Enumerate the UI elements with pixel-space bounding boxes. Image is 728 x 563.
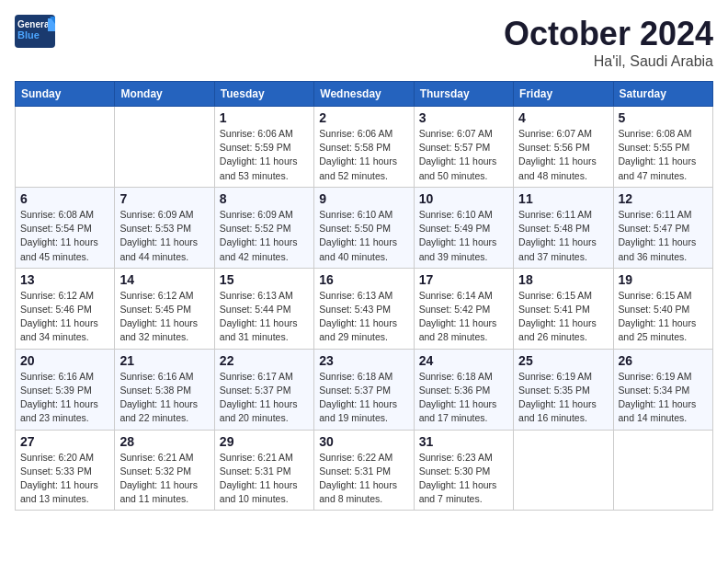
day-number: 24 <box>419 353 508 368</box>
day-number: 14 <box>119 272 209 287</box>
day-info: Sunrise: 6:19 AM Sunset: 5:34 PM Dayligh… <box>619 370 708 426</box>
day-number: 29 <box>220 434 309 449</box>
calendar-cell: 28Sunrise: 6:21 AM Sunset: 5:32 PM Dayli… <box>115 430 214 511</box>
weekday-header-thursday: Thursday <box>414 82 513 107</box>
day-number: 10 <box>419 191 508 206</box>
calendar-cell: 23Sunrise: 6:18 AM Sunset: 5:37 PM Dayli… <box>314 349 414 430</box>
calendar-cell <box>514 430 613 511</box>
calendar-body: 1Sunrise: 6:06 AM Sunset: 5:59 PM Daylig… <box>16 107 713 511</box>
calendar-cell: 25Sunrise: 6:19 AM Sunset: 5:35 PM Dayli… <box>514 349 613 430</box>
calendar-cell <box>16 107 115 188</box>
calendar-cell: 22Sunrise: 6:17 AM Sunset: 5:37 PM Dayli… <box>214 349 313 430</box>
calendar-week-row: 20Sunrise: 6:16 AM Sunset: 5:39 PM Dayli… <box>16 349 713 430</box>
location: Ha'il, Saudi Arabia <box>504 53 713 70</box>
calendar-table: SundayMondayTuesdayWednesdayThursdayFrid… <box>15 81 713 511</box>
title-block: October 2024 Ha'il, Saudi Arabia <box>504 15 713 70</box>
day-info: Sunrise: 6:06 AM Sunset: 5:59 PM Dayligh… <box>220 127 309 183</box>
day-info: Sunrise: 6:13 AM Sunset: 5:44 PM Dayligh… <box>220 289 309 345</box>
calendar-week-row: 13Sunrise: 6:12 AM Sunset: 5:46 PM Dayli… <box>16 268 713 349</box>
calendar-cell <box>613 430 712 511</box>
day-number: 20 <box>20 353 109 368</box>
day-info: Sunrise: 6:15 AM Sunset: 5:40 PM Dayligh… <box>619 289 708 345</box>
day-number: 15 <box>220 272 309 287</box>
day-number: 2 <box>319 110 408 125</box>
calendar-cell: 12Sunrise: 6:11 AM Sunset: 5:47 PM Dayli… <box>613 187 712 268</box>
day-number: 12 <box>619 191 708 206</box>
day-number: 4 <box>518 110 608 125</box>
calendar-cell: 2Sunrise: 6:06 AM Sunset: 5:58 PM Daylig… <box>314 107 414 188</box>
day-info: Sunrise: 6:14 AM Sunset: 5:42 PM Dayligh… <box>419 289 508 345</box>
day-info: Sunrise: 6:21 AM Sunset: 5:32 PM Dayligh… <box>119 451 209 507</box>
day-number: 25 <box>518 353 608 368</box>
day-info: Sunrise: 6:12 AM Sunset: 5:45 PM Dayligh… <box>119 289 209 345</box>
weekday-header-sunday: Sunday <box>16 82 115 107</box>
calendar-cell: 13Sunrise: 6:12 AM Sunset: 5:46 PM Dayli… <box>16 268 115 349</box>
weekday-header-friday: Friday <box>514 82 613 107</box>
day-info: Sunrise: 6:07 AM Sunset: 5:57 PM Dayligh… <box>419 127 508 183</box>
day-number: 5 <box>619 110 708 125</box>
day-info: Sunrise: 6:09 AM Sunset: 5:53 PM Dayligh… <box>119 208 209 264</box>
day-number: 31 <box>419 434 508 449</box>
day-number: 6 <box>20 191 109 206</box>
logo-icon: General Blue <box>15 15 55 48</box>
day-number: 16 <box>319 272 408 287</box>
day-number: 8 <box>220 191 309 206</box>
calendar-cell: 31Sunrise: 6:23 AM Sunset: 5:30 PM Dayli… <box>414 430 513 511</box>
day-info: Sunrise: 6:08 AM Sunset: 5:54 PM Dayligh… <box>20 208 109 264</box>
day-info: Sunrise: 6:15 AM Sunset: 5:41 PM Dayligh… <box>518 289 608 345</box>
calendar-week-row: 1Sunrise: 6:06 AM Sunset: 5:59 PM Daylig… <box>16 107 713 188</box>
day-number: 30 <box>319 434 408 449</box>
calendar-cell: 17Sunrise: 6:14 AM Sunset: 5:42 PM Dayli… <box>414 268 513 349</box>
day-info: Sunrise: 6:11 AM Sunset: 5:48 PM Dayligh… <box>518 208 608 264</box>
day-info: Sunrise: 6:17 AM Sunset: 5:37 PM Dayligh… <box>220 370 309 426</box>
day-info: Sunrise: 6:21 AM Sunset: 5:31 PM Dayligh… <box>220 451 309 507</box>
calendar-cell: 4Sunrise: 6:07 AM Sunset: 5:56 PM Daylig… <box>514 107 613 188</box>
calendar-cell: 16Sunrise: 6:13 AM Sunset: 5:43 PM Dayli… <box>314 268 414 349</box>
weekday-header-row: SundayMondayTuesdayWednesdayThursdayFrid… <box>16 82 713 107</box>
calendar-cell: 14Sunrise: 6:12 AM Sunset: 5:45 PM Dayli… <box>115 268 214 349</box>
day-number: 27 <box>20 434 109 449</box>
calendar-cell: 7Sunrise: 6:09 AM Sunset: 5:53 PM Daylig… <box>115 187 214 268</box>
calendar-cell: 19Sunrise: 6:15 AM Sunset: 5:40 PM Dayli… <box>613 268 712 349</box>
day-number: 17 <box>419 272 508 287</box>
day-info: Sunrise: 6:10 AM Sunset: 5:49 PM Dayligh… <box>419 208 508 264</box>
calendar-cell: 24Sunrise: 6:18 AM Sunset: 5:36 PM Dayli… <box>414 349 513 430</box>
calendar-cell: 11Sunrise: 6:11 AM Sunset: 5:48 PM Dayli… <box>514 187 613 268</box>
calendar-cell: 6Sunrise: 6:08 AM Sunset: 5:54 PM Daylig… <box>16 187 115 268</box>
day-info: Sunrise: 6:07 AM Sunset: 5:56 PM Dayligh… <box>518 127 608 183</box>
day-number: 28 <box>119 434 209 449</box>
day-number: 13 <box>20 272 109 287</box>
weekday-header-tuesday: Tuesday <box>214 82 313 107</box>
calendar-cell: 10Sunrise: 6:10 AM Sunset: 5:49 PM Dayli… <box>414 187 513 268</box>
day-info: Sunrise: 6:16 AM Sunset: 5:38 PM Dayligh… <box>119 370 209 426</box>
day-info: Sunrise: 6:10 AM Sunset: 5:50 PM Dayligh… <box>319 208 408 264</box>
day-number: 18 <box>518 272 608 287</box>
month-title: October 2024 <box>504 15 713 53</box>
day-number: 9 <box>319 191 408 206</box>
calendar-cell: 18Sunrise: 6:15 AM Sunset: 5:41 PM Dayli… <box>514 268 613 349</box>
day-info: Sunrise: 6:18 AM Sunset: 5:37 PM Dayligh… <box>319 370 408 426</box>
day-info: Sunrise: 6:09 AM Sunset: 5:52 PM Dayligh… <box>220 208 309 264</box>
calendar-cell: 5Sunrise: 6:08 AM Sunset: 5:55 PM Daylig… <box>613 107 712 188</box>
weekday-header-saturday: Saturday <box>613 82 712 107</box>
day-info: Sunrise: 6:06 AM Sunset: 5:58 PM Dayligh… <box>319 127 408 183</box>
calendar-cell: 26Sunrise: 6:19 AM Sunset: 5:34 PM Dayli… <box>613 349 712 430</box>
day-number: 3 <box>419 110 508 125</box>
day-number: 21 <box>119 353 209 368</box>
calendar-cell: 29Sunrise: 6:21 AM Sunset: 5:31 PM Dayli… <box>214 430 313 511</box>
calendar-cell: 1Sunrise: 6:06 AM Sunset: 5:59 PM Daylig… <box>214 107 313 188</box>
calendar-cell: 30Sunrise: 6:22 AM Sunset: 5:31 PM Dayli… <box>314 430 414 511</box>
day-info: Sunrise: 6:11 AM Sunset: 5:47 PM Dayligh… <box>619 208 708 264</box>
day-info: Sunrise: 6:13 AM Sunset: 5:43 PM Dayligh… <box>319 289 408 345</box>
svg-text:Blue: Blue <box>17 29 40 40</box>
calendar-cell: 9Sunrise: 6:10 AM Sunset: 5:50 PM Daylig… <box>314 187 414 268</box>
calendar-cell <box>115 107 214 188</box>
page-header: General Blue October 2024 Ha'il, Saudi A… <box>15 15 713 70</box>
weekday-header-monday: Monday <box>115 82 214 107</box>
svg-text:General: General <box>17 19 51 29</box>
day-number: 11 <box>518 191 608 206</box>
day-info: Sunrise: 6:18 AM Sunset: 5:36 PM Dayligh… <box>419 370 508 426</box>
weekday-header-wednesday: Wednesday <box>314 82 414 107</box>
day-number: 19 <box>619 272 708 287</box>
calendar-cell: 27Sunrise: 6:20 AM Sunset: 5:33 PM Dayli… <box>16 430 115 511</box>
